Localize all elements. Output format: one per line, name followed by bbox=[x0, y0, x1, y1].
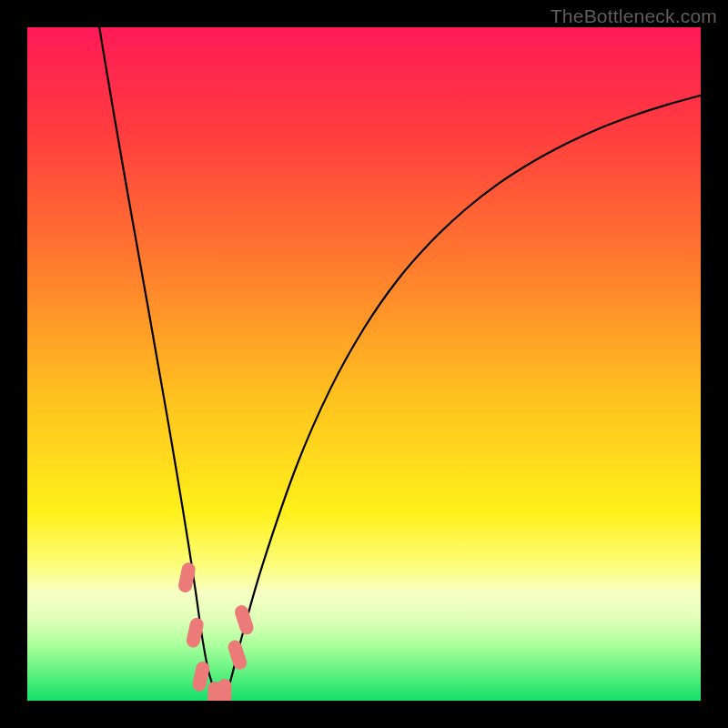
curve-marker bbox=[217, 679, 231, 701]
curve-marker bbox=[227, 639, 248, 672]
chart-frame: TheBottleneck.com bbox=[0, 0, 728, 728]
watermark-label: TheBottleneck.com bbox=[551, 5, 717, 27]
curve-marker bbox=[185, 617, 205, 649]
curve-markers bbox=[177, 561, 256, 701]
chart-curve-layer bbox=[27, 27, 701, 701]
bottleneck-curve bbox=[99, 27, 701, 701]
curve-marker bbox=[177, 561, 197, 593]
plot-area bbox=[27, 27, 701, 701]
curve-marker bbox=[233, 603, 255, 636]
